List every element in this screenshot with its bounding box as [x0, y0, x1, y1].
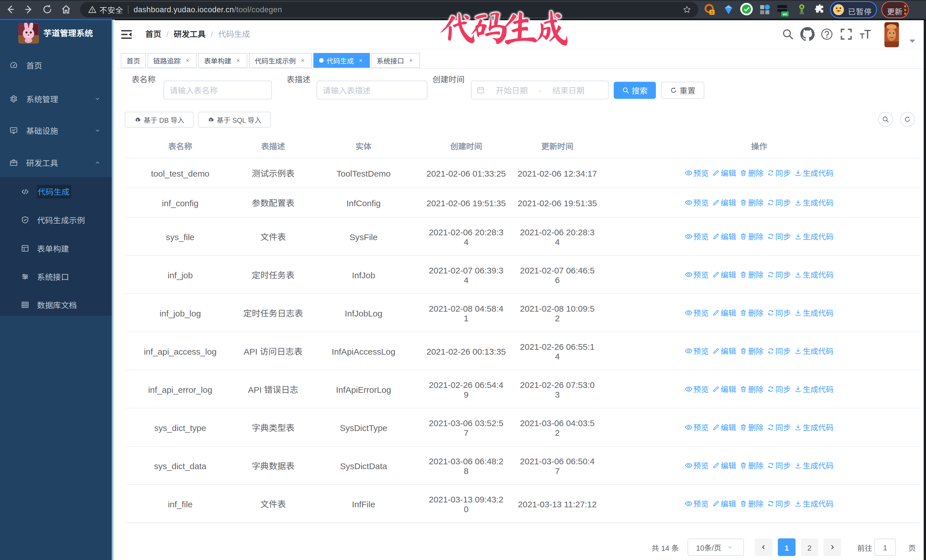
- svg-text:on: on: [783, 11, 787, 17]
- svg-text:1: 1: [711, 9, 713, 15]
